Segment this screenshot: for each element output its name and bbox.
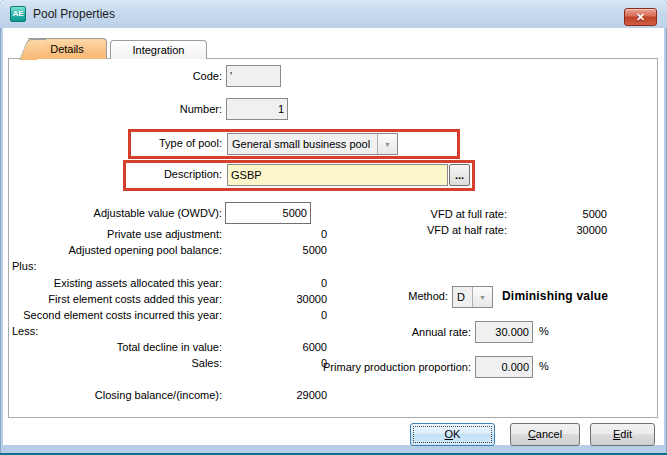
description-field[interactable] — [227, 164, 448, 186]
less-heading: Less: — [12, 325, 38, 337]
primary-production-label: Primary production proportion: — [295, 361, 471, 373]
first-element-label: First element costs added this year: — [10, 293, 222, 305]
type-of-pool-dropdown[interactable]: General small business pool ▼ — [227, 133, 398, 155]
annual-rate-unit: % — [539, 325, 549, 337]
type-of-pool-label: Type of pool: — [10, 137, 222, 149]
tab-details[interactable]: Details — [28, 38, 107, 59]
type-of-pool-value: General small business pool — [228, 138, 377, 150]
second-element-label: Second element costs incurred this year: — [10, 309, 222, 321]
vfd-half-label: VFD at half rate: — [355, 224, 507, 236]
method-value: D — [453, 291, 472, 303]
primary-production-field[interactable] — [475, 356, 533, 378]
method-dropdown[interactable]: D ▼ — [452, 286, 493, 308]
app-icon: AE — [10, 6, 26, 22]
edit-button[interactable]: Edit — [590, 423, 655, 446]
chevron-down-icon[interactable]: ▼ — [377, 134, 397, 154]
cancel-button[interactable]: Cancel — [510, 423, 580, 446]
ok-button[interactable]: OK — [410, 423, 495, 446]
description-label: Description: — [10, 168, 222, 180]
existing-assets-label: Existing assets allocated this year: — [10, 277, 222, 289]
private-use-value: 0 — [235, 228, 327, 240]
close-button[interactable]: ✕ — [624, 8, 657, 26]
number-field[interactable] — [226, 98, 288, 120]
edit-rest: dit — [620, 428, 632, 440]
adjustable-value-label: Adjustable value (OWDV): — [10, 207, 222, 219]
private-use-label: Private use adjustment: — [10, 228, 222, 240]
annual-rate-label: Annual rate: — [330, 326, 471, 338]
vfd-half-value: 30000 — [530, 224, 607, 236]
ok-key: O — [445, 428, 454, 440]
title-bar[interactable]: AE Pool Properties ✕ — [0, 0, 667, 28]
adjusted-opening-value: 5000 — [235, 244, 327, 256]
browse-button[interactable]: ... — [449, 164, 470, 186]
adjusted-opening-label: Adjusted opening pool balance: — [10, 244, 222, 256]
plus-heading: Plus: — [12, 260, 36, 272]
chevron-down-icon[interactable]: ▼ — [472, 287, 492, 307]
adjustable-value-field[interactable] — [225, 202, 311, 224]
sales-label: Sales: — [10, 357, 222, 369]
second-element-value: 0 — [235, 309, 327, 321]
cancel-rest: ancel — [536, 428, 562, 440]
number-label: Number: — [10, 103, 222, 115]
total-decline-label: Total decline in value: — [10, 341, 222, 353]
dialog-title: Pool Properties — [33, 7, 115, 21]
code-label: Code: — [10, 70, 222, 82]
cancel-key: C — [528, 428, 536, 440]
existing-assets-value: 0 — [235, 277, 327, 289]
pool-properties-dialog: AE Pool Properties ✕ Details Integration… — [0, 0, 667, 455]
method-note: Diminishing value — [502, 289, 608, 303]
code-field[interactable] — [226, 65, 281, 87]
vfd-full-value: 5000 — [530, 208, 607, 220]
vfd-full-label: VFD at full rate: — [355, 208, 507, 220]
total-decline-value: 6000 — [235, 341, 327, 353]
first-element-value: 30000 — [235, 293, 327, 305]
primary-production-unit: % — [539, 360, 549, 372]
method-label: Method: — [360, 290, 448, 302]
tab-integration[interactable]: Integration — [110, 40, 207, 59]
closing-balance-value: 29000 — [235, 389, 327, 401]
closing-balance-label: Closing balance/(income): — [10, 389, 222, 401]
annual-rate-field[interactable] — [475, 321, 533, 343]
ok-rest: K — [453, 428, 460, 440]
